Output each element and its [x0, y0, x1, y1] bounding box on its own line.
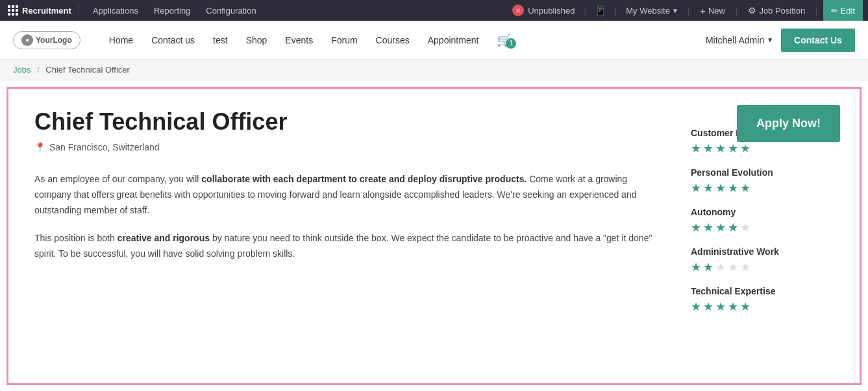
page-wrapper: Chief Technical Officer 📍 San Francisco,…: [6, 87, 862, 385]
cart-badge: 1: [506, 38, 516, 49]
logo-circle-icon: [21, 34, 33, 46]
separator-2: |: [612, 6, 619, 16]
grid-icon: [8, 5, 18, 16]
apply-now-button[interactable]: Apply Now!: [737, 105, 840, 142]
skill-item: Personal Evolution★★★★★: [691, 167, 834, 195]
my-website-label: My Website: [626, 6, 670, 16]
star-filled-icon: ★: [715, 300, 726, 314]
star-filled-icon: ★: [691, 141, 701, 156]
site-logo: YourLogo: [13, 31, 81, 49]
admin-nav-reporting[interactable]: Reporting: [147, 0, 197, 21]
star-filled-icon: ★: [715, 141, 726, 156]
star-filled-icon: ★: [703, 181, 713, 195]
job-desc-p2-bold: creative and rigorous: [118, 233, 210, 243]
edit-button[interactable]: ✏ Edit: [823, 0, 863, 21]
skill-stars: ★★★★★: [691, 141, 834, 156]
skill-item: Autonomy★★★★★: [691, 207, 834, 235]
separator-1: |: [581, 6, 588, 16]
star-filled-icon: ★: [715, 181, 726, 195]
skill-name: Personal Evolution: [691, 167, 834, 178]
breadcrumb-jobs-link[interactable]: Jobs: [13, 65, 31, 75]
location-text: San Francisco, Switzerland: [49, 142, 160, 152]
separator-5: |: [813, 6, 820, 16]
star-filled-icon: ★: [715, 220, 726, 235]
skill-stars: ★★★★★: [691, 220, 834, 235]
star-filled-icon: ★: [728, 300, 738, 314]
user-label: Mitchell Admin: [706, 35, 764, 45]
admin-nav-configuration[interactable]: Configuration: [199, 0, 262, 21]
admin-logo[interactable]: Recruitment: [5, 5, 79, 16]
job-desc-p1-bold: collaborate with each department to crea…: [201, 174, 527, 184]
logo-text: YourLogo: [36, 36, 72, 45]
nav-link-shop[interactable]: Shop: [237, 21, 277, 60]
nav-links: Home Contact us test Shop Events Forum C…: [100, 21, 706, 60]
admin-nav-applications[interactable]: Applications: [86, 0, 145, 21]
star-filled-icon: ★: [740, 300, 750, 314]
job-content: Chief Technical Officer 📍 San Francisco,…: [34, 108, 665, 326]
skill-stars: ★★★★★: [691, 181, 834, 195]
nav-link-courses[interactable]: Courses: [367, 21, 419, 60]
user-caret-icon: ▼: [767, 36, 773, 43]
skill-item: Administrative Work★★★★★: [691, 246, 834, 274]
skill-stars: ★★★★★: [691, 260, 834, 274]
admin-bar: Recruitment Applications Reporting Confi…: [0, 0, 868, 21]
job-description-p2: This position is both creative and rigor…: [34, 231, 665, 262]
star-filled-icon: ★: [703, 260, 713, 274]
user-dropdown[interactable]: Mitchell Admin ▼: [706, 35, 773, 45]
nav-link-appointment[interactable]: Appointment: [419, 21, 488, 60]
new-button[interactable]: + New: [695, 5, 730, 16]
star-empty-icon: ★: [728, 260, 738, 274]
contact-us-button[interactable]: Contact Us: [781, 29, 855, 52]
star-filled-icon: ★: [740, 141, 750, 156]
nav-link-forum[interactable]: Forum: [322, 21, 366, 60]
star-empty-icon: ★: [740, 260, 750, 274]
mobile-icon[interactable]: 📱: [591, 5, 610, 17]
star-filled-icon: ★: [728, 181, 738, 195]
job-title: Chief Technical Officer: [34, 108, 665, 136]
skill-name: Autonomy: [691, 207, 834, 217]
star-filled-icon: ★: [691, 300, 701, 314]
breadcrumb-separator: /: [37, 65, 40, 75]
plus-icon: +: [700, 5, 706, 16]
unpublished-toggle[interactable]: Unpublished: [508, 5, 578, 16]
logo-area[interactable]: YourLogo: [13, 31, 81, 49]
star-filled-icon: ★: [728, 220, 738, 235]
nav-link-test[interactable]: test: [204, 21, 237, 60]
star-filled-icon: ★: [728, 141, 738, 156]
new-label: New: [708, 6, 725, 16]
breadcrumb: Jobs / Chief Technical Officer: [0, 60, 868, 80]
separator-4: |: [733, 6, 740, 16]
star-empty-icon: ★: [715, 260, 726, 274]
star-filled-icon: ★: [703, 220, 713, 235]
caret-icon: ▼: [672, 7, 678, 14]
cart-icon[interactable]: 🛒 1: [488, 33, 520, 47]
job-location: 📍 San Francisco, Switzerland: [34, 142, 665, 152]
star-filled-icon: ★: [740, 181, 750, 195]
skill-item: Technical Expertise★★★★★: [691, 286, 834, 314]
admin-logo-text: Recruitment: [22, 6, 71, 16]
nav-link-home[interactable]: Home: [100, 21, 142, 60]
star-filled-icon: ★: [691, 181, 701, 195]
star-filled-icon: ★: [703, 300, 713, 314]
star-filled-icon: ★: [691, 260, 701, 274]
star-filled-icon: ★: [703, 141, 713, 156]
star-filled-icon: ★: [691, 220, 701, 235]
skill-stars: ★★★★★: [691, 300, 834, 314]
unpublished-label: Unpublished: [528, 6, 575, 16]
admin-bar-left: Recruitment Applications Reporting Confi…: [5, 0, 508, 21]
edit-label: Edit: [841, 6, 855, 16]
nav-link-contact[interactable]: Contact us: [142, 21, 204, 60]
job-desc-p2-normal1: This position is both: [34, 233, 118, 243]
star-empty-icon: ★: [740, 220, 750, 235]
separator-3: |: [685, 6, 692, 16]
website-nav: YourLogo Home Contact us test Shop Event…: [0, 21, 868, 60]
nav-link-events[interactable]: Events: [276, 21, 322, 60]
location-pin-icon: 📍: [34, 142, 45, 152]
admin-bar-right: Unpublished | 📱 | My Website ▼ | + New |…: [508, 0, 863, 21]
gear-icon: ⚙: [748, 5, 756, 16]
unpublished-icon: [512, 5, 524, 16]
my-website-button[interactable]: My Website ▼: [622, 6, 682, 16]
job-position-label: Job Position: [759, 6, 805, 16]
job-desc-p1-normal1: As an employee of our company, you will: [34, 174, 201, 184]
job-position-button[interactable]: ⚙ Job Position: [743, 5, 810, 16]
